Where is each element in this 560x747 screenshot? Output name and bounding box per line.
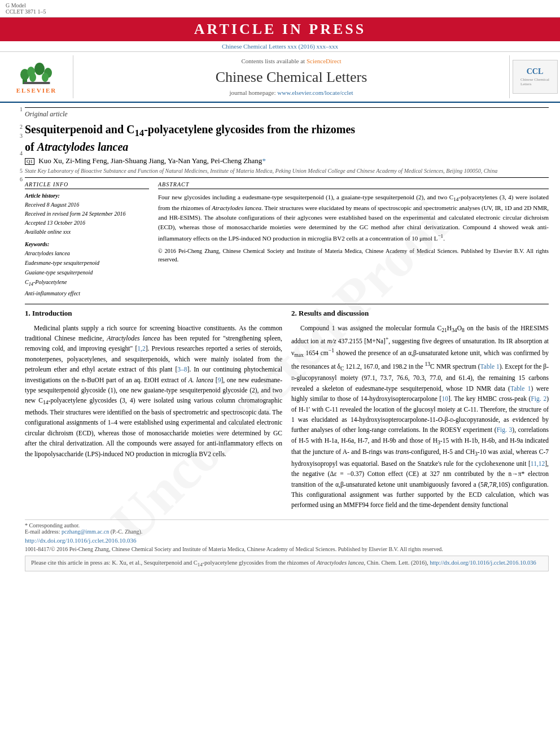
affiliation: State Key Laboratory of Bioactive Substa… [25, 168, 549, 174]
intro-paragraph: Medicinal plants supply a rich source fo… [25, 323, 282, 459]
table1-link[interactable]: Table 1 [480, 363, 500, 370]
main-content: 1 2 3 4 5 6 Original article Sesquiterpe… [0, 103, 560, 575]
article-type: Original article [25, 107, 549, 119]
ref-link-3[interactable]: 9 [218, 377, 221, 383]
ccl-logo: CCL [527, 67, 544, 76]
body-two-col: 1. Introduction Medicinal plants supply … [25, 308, 549, 514]
homepage-url-link[interactable]: www.elsevier.com/locate/cclet [277, 89, 353, 96]
email-footnote: E-mail address: pczhang@imm.ac.cn (P.-C.… [25, 528, 549, 535]
ref-link-2[interactable]: 3–8 [177, 366, 187, 373]
citation-doi-link[interactable]: http://dx.doi.org/10.1016/j.cclet.2016.1… [430, 560, 536, 566]
results-paragraph: Compound 1 was assigned the molecular fo… [291, 323, 549, 510]
article-title: Sesquiterpenoid and C14-polyacetylene gl… [25, 122, 549, 154]
g-model-label: G Model CCLET 3871 1–5 [6, 2, 46, 15]
results-header: 2. Results and discussion [291, 308, 549, 320]
citation-box: Please cite this article in press as: K.… [25, 556, 549, 571]
keyword-3: Guaiane-type sesquiterpenoid [25, 268, 149, 277]
doi-line: http://dx.doi.org/10.1016/j.cclet.2016.1… [25, 537, 549, 544]
article-in-press-bar: ARTICLE IN PRESS [0, 18, 560, 41]
journal-header-left: ELSEVIER [0, 55, 73, 98]
abstract-col: ABSTRACT Four new glycosides including a… [158, 181, 549, 298]
two-col-info-abstract: ARTICLE INFO Article history: Received 8… [25, 177, 549, 298]
journal-citation-line: Chinese Chemical Letters xxx (2016) xxx–… [0, 41, 560, 52]
top-banner: G Model CCLET 3871 1–5 [0, 0, 560, 18]
journal-header: ELSEVIER Contents lists available at Sci… [0, 52, 560, 103]
article-info-col: ARTICLE INFO Article history: Received 8… [25, 181, 149, 298]
journal-homepage: journal homepage: www.elsevier.com/locat… [229, 89, 353, 96]
fig2-link[interactable]: Fig. 2 [531, 395, 546, 402]
keyword-2: Eudesmane-type sesquiterpenoid [25, 258, 149, 268]
keywords-list: Atractylodes lancea Eudesmane-type sesqu… [25, 248, 149, 298]
svg-rect-5 [24, 82, 50, 84]
journal-title: Chinese Chemical Letters [216, 69, 368, 86]
journal-header-right: CCL Chinese ChemicalLetters [509, 55, 560, 98]
keywords-section: Keywords: Atractylodes lancea Eudesmane-… [25, 241, 149, 298]
ref-link-11[interactable]: 11,12 [531, 460, 545, 467]
body-section: 1. Introduction Medicinal plants supply … [25, 304, 549, 514]
email-link[interactable]: pczhang@imm.ac.cn [62, 528, 109, 535]
content-with-lines: 1 2 3 4 5 6 Original article Sesquiterpe… [11, 103, 549, 575]
contents-available-text: Contents lists available at ScienceDirec… [241, 58, 341, 64]
svg-point-6 [29, 73, 36, 82]
q1-badge: Q1 [25, 158, 34, 165]
doi-link[interactable]: http://dx.doi.org/10.1016/j.cclet.2016.1… [25, 537, 136, 544]
svg-point-3 [34, 63, 45, 75]
body-col-right: 2. Results and discussion Compound 1 was… [291, 308, 549, 514]
corresponding-footnote: * Corresponding author. [25, 522, 549, 528]
article-history: Article history: Received 8 August 2016 … [25, 191, 149, 237]
journal-header-center: Contents lists available at ScienceDirec… [73, 55, 509, 98]
article-info-title: ARTICLE INFO [25, 181, 149, 189]
intro-header: 1. Introduction [25, 308, 282, 320]
copyright-text: © 2016 Pei-Cheng Zhang, Chinese Chemical… [158, 247, 549, 264]
abstract-title: ABSTRACT [158, 181, 549, 189]
table1-link-2[interactable]: Table 1 [510, 385, 531, 392]
article-body: Original article Sesquiterpenoid and C14… [25, 103, 549, 575]
journal-logo-subtext: Chinese ChemicalLetters [520, 77, 549, 86]
keyword-5: Anti-inflammatory effect [25, 289, 149, 298]
line-numbers-left: 1 2 3 4 5 6 [11, 103, 25, 575]
svg-point-7 [42, 73, 49, 82]
authors: Q1 Kuo Xu, Zi-Ming Feng, Jian-Shuang Jia… [25, 156, 549, 165]
sciencedirect-link[interactable]: ScienceDirect [307, 58, 342, 64]
keyword-1: Atractylodes lancea [25, 248, 149, 258]
footnote-section: * Corresponding author. E-mail address: … [25, 519, 549, 535]
fig3-link[interactable]: Fig. 3 [497, 426, 513, 433]
elsevier-tree-icon [17, 60, 56, 86]
keywords-title: Keywords: [25, 241, 149, 247]
keyword-4: C14-Polyacetylene [25, 277, 149, 289]
ref-link-1[interactable]: 1,2 [137, 345, 145, 352]
elsevier-label: ELSEVIER [16, 87, 57, 94]
abstract-text: Four new glycosides including a eudesman… [158, 193, 549, 243]
journal-logo-box: CCL Chinese ChemicalLetters [513, 60, 558, 94]
ref-link-10[interactable]: 10 [441, 395, 448, 402]
body-col-left: 1. Introduction Medicinal plants supply … [25, 308, 282, 514]
footer-copyright: 1001-8417/© 2016 Pei-Cheng Zhang, Chines… [25, 546, 549, 552]
